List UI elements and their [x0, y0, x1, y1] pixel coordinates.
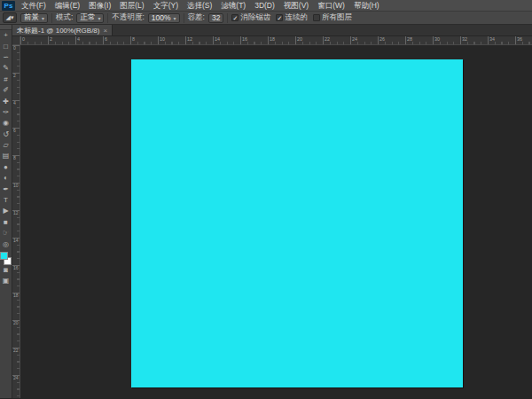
separator — [184, 13, 184, 23]
spot-healing-brush-tool-icon[interactable]: ✚ — [0, 96, 12, 106]
fill-source-select[interactable]: 前景 ▾ — [20, 13, 48, 23]
lasso-tool-icon[interactable]: ∽ — [0, 52, 12, 63]
separator — [51, 13, 52, 23]
tools-panel: +□∽✎#✐✚✑◉↺▱▤●◐✒T▶■☞◎ ◙ ▣ — [0, 25, 12, 398]
chevron-down-icon: ▾ — [98, 15, 100, 21]
ruler-number: 12 — [13, 211, 19, 215]
blend-mode-select[interactable]: 正常 ▾ — [76, 13, 104, 23]
foreground-color-swatch[interactable] — [0, 252, 8, 260]
ruler-number: 14 — [215, 36, 220, 41]
tool-options-bar: ◢▾ 前景 ▾ 模式: 正常 ▾ 不透明度: 100% ▾ 容差: 32 ✓消除… — [0, 12, 532, 25]
ruler-major-ticks — [12, 45, 20, 398]
checkbox-label: 连续的 — [285, 12, 308, 23]
ruler-number: 14 — [13, 239, 19, 243]
opacity-select[interactable]: 100% ▾ — [148, 13, 180, 23]
tool-list: +□∽✎#✐✚✑◉↺▱▤●◐✒T▶■☞◎ — [0, 30, 12, 250]
ruler-number: 34 — [489, 36, 495, 41]
zoom-tool-icon[interactable]: ◎ — [0, 239, 12, 249]
menu-item[interactable]: 帮助(H) — [349, 0, 384, 12]
ruler-major-ticks — [20, 36, 532, 44]
menu-item[interactable]: 编辑(E) — [51, 0, 84, 12]
ruler-number: 8 — [13, 156, 16, 160]
ruler-number: 6 — [13, 129, 16, 133]
opacity-value: 100% — [152, 13, 171, 22]
clone-stamp-tool-icon[interactable]: ◉ — [0, 118, 12, 129]
checkbox-label: 所有图层 — [322, 12, 352, 23]
chevron-down-icon: ▾ — [174, 15, 176, 21]
checkbox-checked-icon[interactable]: ✓ — [276, 14, 283, 21]
document-column: 未标题-1 @ 100%(RGB/8) × 024681012141618202… — [12, 25, 532, 398]
separator — [227, 13, 228, 23]
ruler-number: 10 — [13, 184, 19, 188]
menu-item[interactable]: 3D(D) — [250, 0, 279, 12]
document-tab[interactable]: 未标题-1 @ 100%(RGB/8) × — [12, 25, 113, 35]
gradient-tool-icon[interactable]: ▤ — [0, 151, 12, 161]
move-tool-icon[interactable]: + — [0, 30, 12, 41]
rectangle-tool-icon[interactable]: ■ — [0, 217, 12, 228]
option-checkbox[interactable]: ✓消除锯齿 — [231, 12, 270, 23]
tolerance-input[interactable]: 32 — [208, 13, 223, 23]
rectangular-marquee-tool-icon[interactable]: □ — [0, 41, 12, 51]
menu-item[interactable]: 文字(Y) — [149, 0, 183, 12]
vertical-ruler[interactable]: 024681012141618202224 — [12, 45, 20, 398]
menu-item[interactable]: 文件(F) — [17, 0, 51, 12]
mode-label: 模式: — [56, 12, 73, 23]
workspace: +□∽✎#✐✚✑◉↺▱▤●◐✒T▶■☞◎ ◙ ▣ 未标题-1 @ 100%(RG… — [0, 25, 532, 398]
ruler-number: 22 — [325, 36, 330, 41]
ruler-number: 0 — [13, 46, 16, 51]
pen-tool-icon[interactable]: ✒ — [0, 184, 12, 194]
separator — [107, 13, 108, 23]
photoshop-logo: Ps — [2, 1, 15, 11]
ruler-number: 12 — [187, 36, 192, 41]
menu-item[interactable]: 选择(S) — [183, 0, 216, 12]
checkbox-unchecked-icon[interactable] — [313, 14, 320, 21]
paint-bucket-tool-icon[interactable]: ◢▾ — [3, 12, 17, 23]
ruler-number: 22 — [13, 348, 19, 353]
fill-source-value: 前景 — [24, 12, 39, 23]
ruler-number: 4 — [77, 36, 80, 41]
canvas[interactable] — [131, 59, 463, 387]
document-tab-bar: 未标题-1 @ 100%(RGB/8) × — [12, 25, 532, 36]
quick-mask-button[interactable]: ◙ — [0, 265, 12, 276]
ruler-number: 28 — [407, 36, 412, 41]
hand-tool-icon[interactable]: ☞ — [0, 228, 12, 239]
ruler-number: 16 — [13, 266, 19, 270]
menu-item[interactable]: 图像(I) — [84, 0, 115, 12]
option-checkbox[interactable]: 所有图层 — [313, 12, 352, 23]
ruler-number: 24 — [13, 376, 19, 380]
option-checkbox[interactable]: ✓连续的 — [276, 12, 308, 23]
eyedropper-tool-icon[interactable]: ✐ — [0, 85, 12, 96]
eraser-tool-icon[interactable]: ▱ — [0, 140, 12, 151]
crop-tool-icon[interactable]: # — [0, 74, 12, 85]
brush-tool-icon[interactable]: ✑ — [0, 107, 12, 118]
tolerance-label: 容差: — [188, 12, 205, 23]
blur-tool-icon[interactable]: ● — [0, 162, 12, 173]
menu-item[interactable]: 滤镜(T) — [216, 0, 250, 12]
ruler-number: 20 — [297, 36, 302, 41]
blend-mode-value: 正常 — [80, 12, 95, 23]
type-tool-icon[interactable]: T — [0, 195, 12, 206]
menu-item[interactable]: 窗口(W) — [313, 0, 349, 12]
tolerance-value: 32 — [212, 13, 220, 22]
ruler-number: 36 — [517, 36, 522, 41]
chevron-down-icon: ▾ — [42, 15, 44, 21]
screen-mode-button[interactable]: ▣ — [0, 276, 12, 286]
dodge-tool-icon[interactable]: ◐ — [0, 173, 12, 184]
menu-item[interactable]: 视图(V) — [279, 0, 313, 12]
ruler-number: 32 — [462, 36, 467, 41]
pasteboard[interactable] — [20, 45, 532, 398]
history-brush-tool-icon[interactable]: ↺ — [0, 129, 12, 140]
ruler-corner[interactable] — [12, 36, 20, 45]
ruler-number: 20 — [13, 321, 19, 325]
quick-selection-tool-icon[interactable]: ✎ — [0, 63, 12, 74]
menu-item[interactable]: 图层(L) — [115, 0, 148, 12]
menu-items: 文件(F)编辑(E)图像(I)图层(L)文字(Y)选择(S)滤镜(T)3D(D)… — [17, 0, 384, 12]
ruler-number: 2 — [13, 74, 16, 78]
opacity-label: 不透明度: — [112, 12, 144, 23]
horizontal-ruler[interactable]: 024681012141618202224262830323436 — [20, 36, 532, 45]
checkbox-checked-icon[interactable]: ✓ — [231, 14, 239, 21]
close-icon[interactable]: × — [103, 27, 107, 35]
menu-bar: Ps 文件(F)编辑(E)图像(I)图层(L)文字(Y)选择(S)滤镜(T)3D… — [0, 0, 532, 12]
path-selection-tool-icon[interactable]: ▶ — [0, 206, 12, 216]
ruler-number: 2 — [50, 36, 52, 41]
